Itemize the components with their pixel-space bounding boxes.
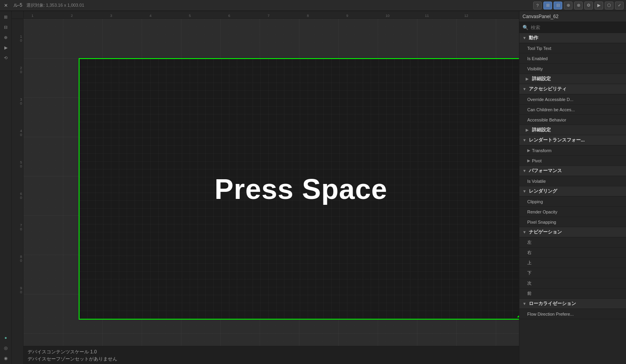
prop-nav-next[interactable]: 次 — [519, 278, 626, 289]
section-accessibility[interactable]: ▼ アクセシビリティ — [519, 84, 626, 94]
prop-transform[interactable]: ▶ Transform — [519, 145, 626, 156]
section-render-transform[interactable]: ▼ レンダートランスフォー... — [519, 135, 626, 145]
section-detail2-label: 詳細設定 — [532, 127, 551, 133]
toolbar-right: ? ⊞ ⊟ ⊕ ⊗ ⚙ ▶ ⬡ ✓ — [533, 2, 624, 9]
section-performance-arrow: ▼ — [523, 169, 526, 173]
properties-list: ▼ 動作 Tool Tip Text Is Enabled Visibility… — [519, 33, 626, 364]
left-icon-5[interactable]: ⟲ — [2, 53, 10, 62]
prop-is-volatile-label: Is Volatile — [527, 179, 623, 184]
right-panel: CanvasPanel_62 🔍 ▼ 動作 Tool Tip Text Is E… — [519, 11, 626, 364]
search-input[interactable] — [531, 25, 623, 30]
prop-pivot-expand: ▶ — [527, 158, 530, 163]
prop-nav-up[interactable]: 上 — [519, 258, 626, 268]
prop-clipping[interactable]: Clipping — [519, 197, 626, 207]
section-navigation-arrow: ▼ — [523, 230, 526, 234]
prop-nav-left-label: 左 — [527, 239, 623, 245]
ruler-top-mark-3: 3 — [110, 14, 112, 18]
prop-pivot[interactable]: ▶ Pivot — [519, 156, 626, 166]
prop-transform-label: Transform — [532, 148, 623, 153]
left-icon-3[interactable]: ⊕ — [2, 33, 10, 42]
prop-visibility[interactable]: Visibility — [519, 64, 626, 74]
toolbar-snap-button[interactable]: ⊕ — [564, 2, 572, 9]
resize-handle[interactable]: ◢ — [517, 313, 519, 318]
toolbar-left: ✕ ル-5 選択対象: 1,353.16 x 1,003.01 — [2, 1, 533, 9]
ruler-left-mark-3: 30 — [12, 97, 23, 105]
section-detail1[interactable]: ▶ 詳細設定 — [519, 74, 626, 84]
prop-clipping-label: Clipping — [527, 199, 623, 204]
prop-nav-down-label: 下 — [527, 270, 623, 276]
prop-pivot-label: Pivot — [532, 158, 623, 163]
ruler-left-mark-1: 10 — [12, 35, 23, 42]
ruler-left-mark-7: 70 — [12, 223, 23, 231]
section-localization-arrow: ▼ — [523, 301, 526, 306]
left-icon-bottom-3[interactable]: ◉ — [2, 354, 10, 362]
ruler-left-mark-9: 90 — [12, 286, 23, 294]
prop-visibility-label: Visibility — [527, 66, 623, 71]
prop-override-accessible[interactable]: Override Accessible D... — [519, 94, 626, 105]
prop-override-accessible-label: Override Accessible D... — [527, 97, 623, 102]
prop-nav-prev[interactable]: 前 — [519, 289, 626, 299]
section-detail2-arrow: ▶ — [526, 128, 530, 132]
prop-can-children-label: Can Children be Acces... — [527, 107, 623, 112]
prop-nav-down[interactable]: 下 — [519, 268, 626, 278]
canvas-panel[interactable]: Press Space ◢ — [79, 58, 519, 320]
toolbar-action2-button[interactable]: ⬡ — [605, 2, 613, 9]
ruler-top-mark-7: 7 — [268, 14, 270, 18]
prop-nav-right-label: 右 — [527, 250, 623, 256]
safe-zone-text: デバイスセーフゾーンセットがありません — [28, 355, 515, 362]
ruler-left-mark-4: 40 — [12, 129, 23, 137]
toolbar-settings-button[interactable]: ⚙ — [584, 2, 593, 9]
prop-can-children[interactable]: Can Children be Acces... — [519, 105, 626, 115]
panel-name: ル-5 — [12, 1, 24, 9]
ruler-top-mark-2: 2 — [71, 14, 73, 18]
ruler-left-mark-5: 50 — [12, 160, 23, 168]
prop-render-opacity-label: Render Opacity — [527, 210, 623, 214]
ruler-top-mark-6: 6 — [228, 14, 230, 18]
top-toolbar: ✕ ル-5 選択対象: 1,353.16 x 1,003.01 ? ⊞ ⊟ ⊕ … — [0, 0, 626, 11]
canvas-container[interactable]: Press Space ◢ デバイスコンテンツスケール 1.0 デバイスセーフゾ… — [24, 19, 519, 364]
section-rendering[interactable]: ▼ レンダリング — [519, 186, 626, 197]
section-localization[interactable]: ▼ ローカライゼーション — [519, 299, 626, 309]
section-detail2[interactable]: ▶ 詳細設定 — [519, 125, 626, 135]
toolbar-action1-button[interactable]: ▶ — [595, 2, 603, 9]
left-icon-4[interactable]: ▶ — [2, 43, 10, 52]
toolbar-zoom-button[interactable]: ⊗ — [574, 2, 583, 9]
prop-render-opacity[interactable]: Render Opacity — [519, 207, 626, 217]
section-localization-label: ローカライゼーション — [529, 300, 576, 307]
ruler-top-mark-11: 11 — [425, 14, 429, 18]
left-sidebar: ⊞ ⊟ ⊕ ▶ ⟲ ● ◎ ◉ — [0, 11, 12, 364]
section-navigation-label: ナビゲーション — [529, 229, 562, 235]
right-panel-title: CanvasPanel_62 — [519, 11, 626, 22]
toolbar-compile-button[interactable]: ✓ — [615, 2, 624, 9]
toolbar-grid-button[interactable]: ⊟ — [554, 2, 562, 9]
section-behavior[interactable]: ▼ 動作 — [519, 33, 626, 43]
toolbar-view-button[interactable]: ⊞ — [543, 2, 552, 9]
ruler-top-mark-9: 9 — [346, 14, 348, 18]
ruler-left-mark-6: 60 — [12, 192, 23, 200]
prop-pixel-snapping[interactable]: Pixel Snapping — [519, 217, 626, 227]
prop-flow-direction[interactable]: Flow Direction Prefere... — [519, 309, 626, 319]
toolbar-help-button[interactable]: ? — [533, 2, 542, 9]
section-behavior-label: 動作 — [529, 35, 538, 41]
left-icon-2[interactable]: ⊟ — [2, 23, 10, 31]
device-scale-text: デバイスコンテンツスケール 1.0 — [28, 348, 515, 355]
canvas-status-bar: デバイスコンテンツスケール 1.0 デバイスセーフゾーンセットがありません — [24, 346, 519, 364]
prop-nav-right[interactable]: 右 — [519, 248, 626, 258]
section-performance[interactable]: ▼ パフォーマンス — [519, 166, 626, 176]
section-accessibility-label: アクセシビリティ — [529, 86, 567, 92]
right-panel-title-text: CanvasPanel_62 — [523, 14, 558, 19]
section-behavior-arrow: ▼ — [523, 36, 526, 40]
prop-enabled-label: Is Enabled — [527, 56, 623, 61]
prop-enabled[interactable]: Is Enabled — [519, 53, 626, 64]
size-info: 選択対象: 1,353.16 x 1,003.01 — [26, 2, 84, 8]
prop-tooltip[interactable]: Tool Tip Text — [519, 43, 626, 53]
left-icon-bottom-2[interactable]: ◎ — [2, 344, 10, 352]
left-icon-bottom-1[interactable]: ● — [2, 333, 10, 342]
prop-accessible-behavior[interactable]: Accessible Behavior — [519, 115, 626, 125]
prop-accessible-behavior-label: Accessible Behavior — [527, 118, 623, 122]
section-navigation[interactable]: ▼ ナビゲーション — [519, 227, 626, 237]
close-button[interactable]: ✕ — [2, 2, 9, 9]
prop-nav-left[interactable]: 左 — [519, 237, 626, 248]
left-icon-1[interactable]: ⊞ — [2, 13, 10, 21]
prop-is-volatile[interactable]: Is Volatile — [519, 176, 626, 186]
